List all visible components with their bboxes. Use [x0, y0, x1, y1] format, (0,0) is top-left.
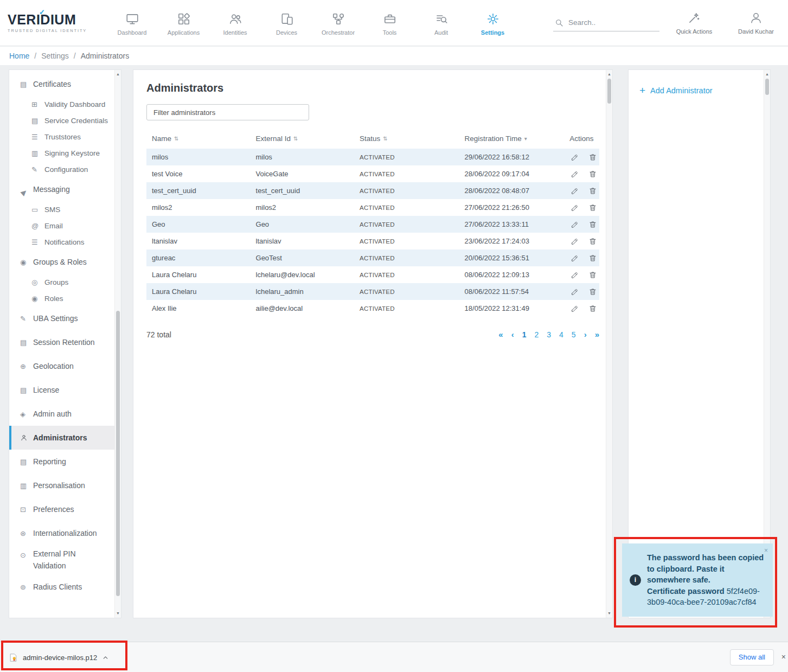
page-number-4[interactable]: 4: [559, 330, 563, 339]
edit-icon[interactable]: [571, 170, 579, 178]
page-number-5[interactable]: 5: [572, 330, 576, 339]
first-page-icon[interactable]: «: [498, 330, 503, 339]
quick-actions-button[interactable]: Quick Actions: [667, 11, 721, 35]
delete-icon[interactable]: [588, 304, 597, 313]
veridium-logo[interactable]: VERIDIUM ✓ TRUSTED DIGITAL IDENTITY: [8, 13, 106, 33]
edit-icon[interactable]: [571, 203, 579, 212]
sidebar-item-notifications[interactable]: ☰Notifications: [9, 234, 121, 250]
column-header-name[interactable]: Name⇅: [146, 135, 251, 143]
table-row[interactable]: milos2 milos2 ACTIVATED 27/06/2022 21:26…: [146, 199, 599, 216]
sidebar-item-preferences[interactable]: ⊡Preferences: [9, 497, 121, 521]
search-input[interactable]: [568, 18, 650, 27]
download-bar-close-icon[interactable]: ×: [781, 652, 786, 661]
scroll-down-icon[interactable]: ▼: [606, 610, 612, 617]
table-row[interactable]: Alex Ilie ailie@dev.local ACTIVATED 18/0…: [146, 300, 599, 317]
sidebar-item-administrators[interactable]: Administrators: [9, 426, 121, 450]
sidebar-item-session-retention[interactable]: ▤Session Retention: [9, 330, 121, 354]
delete-icon[interactable]: [588, 170, 597, 178]
sidebar-item-personalisation[interactable]: ▥Personalisation: [9, 473, 121, 497]
table-row[interactable]: test Voice VoiceGate ACTIVATED 28/06/202…: [146, 165, 599, 182]
scrollbar-thumb[interactable]: [765, 79, 769, 95]
nav-item-dashboard[interactable]: Dashboard: [106, 10, 158, 36]
delete-icon[interactable]: [588, 271, 597, 279]
table-row[interactable]: Laura Chelaru lchelaru@dev.local ACTIVAT…: [146, 266, 599, 283]
user-menu[interactable]: David Kuchar: [729, 11, 783, 35]
nav-item-applications[interactable]: Applications: [158, 10, 209, 36]
delete-icon[interactable]: [588, 287, 597, 296]
scroll-down-icon[interactable]: ▼: [115, 610, 121, 617]
edit-icon[interactable]: [571, 271, 579, 279]
nav-item-identities[interactable]: Identities: [209, 10, 261, 36]
sort-desc-icon[interactable]: ▾: [524, 136, 527, 142]
sidebar-item-uba-settings[interactable]: ✎UBA Settings: [9, 306, 121, 330]
sidebar-item-geolocation[interactable]: ⊕Geolocation: [9, 354, 121, 378]
sort-icon[interactable]: ⇅: [174, 136, 178, 142]
scroll-up-icon[interactable]: ▲: [764, 71, 770, 78]
table-row[interactable]: Laura Chelaru lchelaru_admin ACTIVATED 0…: [146, 283, 599, 300]
scroll-up-icon[interactable]: ▲: [115, 71, 121, 78]
edit-icon[interactable]: [571, 304, 579, 313]
nav-item-audit[interactable]: Audit: [415, 10, 467, 36]
show-all-button[interactable]: Show all: [730, 649, 774, 665]
sidebar-item-email[interactable]: @Email: [9, 217, 121, 234]
table-row[interactable]: test_cert_uuid test_cert_uuid ACTIVATED …: [146, 182, 599, 199]
delete-icon[interactable]: [588, 153, 597, 162]
table-row[interactable]: Geo Geo ACTIVATED 27/06/2022 13:33:11: [146, 216, 599, 233]
nav-item-devices[interactable]: Devices: [261, 10, 312, 36]
edit-icon[interactable]: [571, 153, 579, 162]
sidebar-item-configuration[interactable]: ✎Configuration: [9, 161, 121, 177]
breadcrumb-settings[interactable]: Settings: [41, 52, 69, 60]
sidebar-item-sms[interactable]: ▭SMS: [9, 201, 121, 217]
delete-icon[interactable]: [588, 237, 597, 246]
sidebar-item-radius-clients[interactable]: ⊚Radius Clients: [9, 575, 121, 599]
scroll-up-icon[interactable]: ▲: [606, 71, 612, 78]
sidebar-item-groups[interactable]: ◎Groups: [9, 274, 121, 290]
previous-page-icon[interactable]: ‹: [511, 330, 514, 339]
download-item[interactable]: admin-device-milos.p12: [9, 642, 109, 672]
chevron-up-icon[interactable]: [102, 654, 109, 661]
delete-icon[interactable]: [588, 254, 597, 263]
add-administrator-button[interactable]: + Add Administrator: [639, 85, 759, 95]
filter-administrators-input[interactable]: [146, 104, 309, 120]
main-scrollbar[interactable]: ▲ ▼: [606, 70, 612, 618]
right-panel-scrollbar[interactable]: ▲ ▼: [764, 70, 770, 618]
sidebar-item-internationalization[interactable]: ⊛Internationalization: [9, 521, 121, 545]
sidebar-item-service-credentials[interactable]: ▤Service Credentials: [9, 112, 121, 129]
column-header-status[interactable]: Status⇅: [354, 135, 459, 143]
sidebar-item-certificates[interactable]: ▤Certificates: [9, 72, 121, 96]
delete-icon[interactable]: [588, 203, 597, 212]
last-page-icon[interactable]: »: [595, 330, 599, 339]
breadcrumb-home[interactable]: Home: [9, 52, 29, 60]
sidebar-item-external-pin-validation[interactable]: ⊙External PIN Validation: [9, 545, 121, 575]
edit-icon[interactable]: [571, 287, 579, 296]
sidebar-item-truststores[interactable]: ☰Truststores: [9, 129, 121, 145]
sidebar-item-license[interactable]: ▤License: [9, 378, 121, 402]
sidebar-scrollbar[interactable]: ▲ ▼: [114, 70, 121, 618]
table-row[interactable]: milos milos ACTIVATED 29/06/2022 16:58:1…: [146, 149, 599, 165]
edit-icon[interactable]: [571, 220, 579, 229]
sidebar-item-validity-dashboard[interactable]: ⊞Validity Dashboard: [9, 96, 121, 112]
sidebar-item-signing-keystore[interactable]: ▥Signing Keystore: [9, 145, 121, 161]
column-header-external-id[interactable]: External Id⇅: [251, 135, 355, 143]
delete-icon[interactable]: [588, 220, 597, 229]
page-number-2[interactable]: 2: [534, 330, 539, 339]
page-number-1[interactable]: 1: [522, 330, 527, 339]
nav-item-settings[interactable]: Settings: [467, 10, 518, 36]
table-row[interactable]: gtureac GeoTest ACTIVATED 20/06/2022 15:…: [146, 249, 599, 266]
delete-icon[interactable]: [588, 187, 597, 195]
scrollbar-thumb[interactable]: [607, 79, 611, 104]
page-number-3[interactable]: 3: [547, 330, 551, 339]
sidebar-item-reporting[interactable]: ▤Reporting: [9, 450, 121, 473]
nav-item-tools[interactable]: Tools: [364, 10, 415, 36]
edit-icon[interactable]: [571, 187, 579, 195]
next-page-icon[interactable]: ›: [584, 330, 587, 339]
nav-item-orchestrator[interactable]: Orchestrator: [312, 10, 364, 36]
toast-close-icon[interactable]: ×: [764, 547, 768, 554]
scrollbar-thumb[interactable]: [116, 311, 120, 596]
sort-icon[interactable]: ⇅: [383, 136, 387, 142]
sidebar-item-admin-auth[interactable]: ◈Admin auth: [9, 402, 121, 426]
sort-icon[interactable]: ⇅: [293, 136, 298, 142]
table-row[interactable]: ltanislav ltanislav ACTIVATED 23/06/2022…: [146, 233, 599, 249]
sidebar-item-messaging[interactable]: ▶Messaging: [9, 177, 121, 201]
edit-icon[interactable]: [571, 254, 579, 263]
